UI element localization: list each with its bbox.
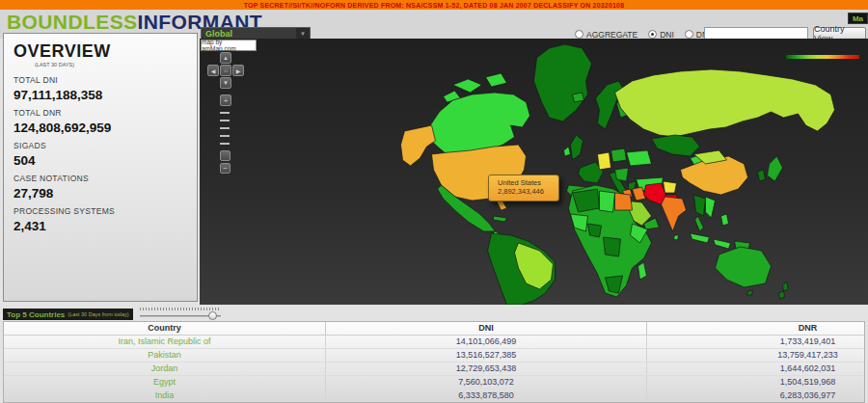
stat-total-dni: TOTAL DNI 97,111,188,358 <box>14 75 187 102</box>
cell-dnr: 1,733,419,401 <box>647 335 865 348</box>
country-balkans[interactable] <box>615 168 629 181</box>
zoom-in-button[interactable]: + <box>220 94 231 106</box>
top5-title: Top 5 Countries <box>7 310 65 319</box>
country-kazakhstan[interactable] <box>652 135 700 156</box>
country-west-africa[interactable] <box>571 214 588 231</box>
stat-total-dnr: TOTAL DNR 124,808,692,959 <box>14 108 187 135</box>
country-madagascar[interactable] <box>638 262 647 280</box>
classification-banner: TOP SECRET//SI/TK//NOFORN DERIVED FROM: … <box>0 0 868 10</box>
world-map-svg[interactable] <box>200 39 868 305</box>
top5-table-container: Country DNI DNR Iran, Islamic Republic o… <box>3 321 865 403</box>
country-greenland[interactable] <box>534 44 592 121</box>
country-sri-lanka[interactable] <box>674 235 679 240</box>
cell-country[interactable]: Egypt <box>4 375 325 389</box>
country-new-zealand[interactable] <box>779 291 785 299</box>
overview-title: OVERVIEW <box>14 41 187 62</box>
radio-dni[interactable]: DNI <box>648 30 674 40</box>
country-cuba[interactable] <box>494 216 507 222</box>
cell-dnr: 13,759,417,233 <box>647 348 865 362</box>
country-iceland[interactable] <box>573 93 584 102</box>
top5-subtitle: (Last 30 Days from today) <box>68 311 128 317</box>
pan-down-button[interactable]: ▼ <box>220 77 231 89</box>
country-arctic-island[interactable] <box>453 79 482 93</box>
country-afghanistan[interactable] <box>664 181 677 193</box>
cell-dnr: 1,504,519,968 <box>647 375 865 389</box>
radio-icon[interactable] <box>685 30 693 39</box>
cell-country[interactable]: Iran, Islamic Republic of <box>4 335 325 348</box>
country-malaysia[interactable] <box>695 216 704 231</box>
cell-dnr: 6,283,036,977 <box>647 389 865 402</box>
country-new-zealand[interactable] <box>783 282 789 291</box>
stat-label: TOTAL DNR <box>14 108 187 118</box>
radio-icon[interactable] <box>648 30 657 39</box>
table-row[interactable]: Egypt 7,560,103,072 1,504,519,968 <box>4 375 865 389</box>
stat-value: 2,431 <box>14 219 187 233</box>
slider-ticks <box>140 308 221 310</box>
country-korea[interactable] <box>758 170 766 181</box>
zoom-slider-handle[interactable] <box>220 150 231 161</box>
table-row[interactable]: Iran, Islamic Republic of 14,101,066,499… <box>4 335 865 348</box>
stat-label: PROCESSING SYSTEMS <box>14 206 187 216</box>
country-tasmania[interactable] <box>747 290 753 295</box>
country-indonesia[interactable] <box>691 233 710 243</box>
cell-dni: 13,516,527,385 <box>325 348 646 362</box>
tooltip-country-value: 2,892,343,446 <box>498 187 558 196</box>
zoom-out-button[interactable]: − <box>220 163 231 174</box>
zoom-tick <box>220 143 230 145</box>
cell-country[interactable]: India <box>4 389 325 402</box>
radio-aggregate[interactable]: AGGREGATE <box>575 30 637 40</box>
slider-handle[interactable] <box>208 311 217 320</box>
country-india[interactable] <box>662 197 687 231</box>
country-drc[interactable] <box>604 237 621 256</box>
radio-icon[interactable] <box>575 30 583 39</box>
map-view-button[interactable]: Ma <box>848 13 868 24</box>
home-button[interactable]: ⌂ <box>220 65 231 76</box>
country-russia[interactable] <box>615 69 835 137</box>
country-united-kingdom[interactable] <box>571 135 583 160</box>
country-indonesia[interactable] <box>714 239 731 249</box>
country-nigeria[interactable] <box>588 224 602 237</box>
country-japan[interactable] <box>768 156 783 181</box>
country-germany[interactable] <box>598 152 611 170</box>
zoom-tick <box>220 135 230 137</box>
country-ukraine[interactable] <box>627 150 652 166</box>
country-egypt[interactable] <box>615 193 633 210</box>
table-row[interactable]: India 6,333,878,580 6,283,036,977 <box>4 389 865 402</box>
country-indochina[interactable] <box>706 197 716 218</box>
cell-country[interactable]: Jordan <box>4 362 325 375</box>
zoom-tick <box>220 127 230 129</box>
country-libya[interactable] <box>600 191 615 212</box>
cell-dni: 7,560,103,072 <box>325 375 646 389</box>
country-australia[interactable] <box>716 247 772 287</box>
zoom-tick <box>220 120 230 121</box>
scope-dropdown-value: Global <box>202 29 296 39</box>
map-zoom-controls: ▲ ◀ ⌂ ▶ ▼ + − <box>200 39 258 174</box>
cell-country[interactable]: Pakistan <box>4 348 325 362</box>
country-philippines[interactable] <box>721 214 729 226</box>
radio-dni-label: DNI <box>660 30 674 40</box>
country-myanmar[interactable] <box>694 195 706 216</box>
world-heatmap[interactable]: ▲ ◀ ⌂ ▶ ▼ + − United States 2,892,343,44… <box>200 39 868 305</box>
heat-legend-gradient <box>786 55 859 59</box>
chevron-down-icon[interactable]: ▼ <box>296 28 310 39</box>
col-header-country[interactable]: Country <box>4 322 325 335</box>
overview-subtitle: (LAST 30 DAYS) <box>35 62 187 67</box>
stat-value: 124,808,692,959 <box>14 121 187 135</box>
country-arctic-island[interactable] <box>486 73 507 87</box>
table-header-row: Country DNI DNR <box>4 322 865 335</box>
app-title-boundless: BOUNDLESS <box>7 11 137 33</box>
stat-value: 27,798 <box>14 186 187 201</box>
country-poland[interactable] <box>611 148 627 162</box>
time-range-slider[interactable] <box>140 308 221 321</box>
pan-up-button[interactable]: ▲ <box>220 52 231 64</box>
table-row[interactable]: Pakistan 13,516,527,385 13,759,417,233 <box>4 348 865 362</box>
col-header-dnr[interactable]: DNR <box>647 322 865 335</box>
country-ireland[interactable] <box>564 147 571 156</box>
boundless-informant-app: TOP SECRET//SI/TK//NOFORN DERIVED FROM: … <box>0 0 868 403</box>
pan-left-button[interactable]: ◀ <box>207 65 219 76</box>
pan-right-button[interactable]: ▶ <box>232 65 244 76</box>
country-alaska[interactable] <box>401 125 436 166</box>
table-row[interactable]: Jordan 12,729,653,438 1,644,602,031 <box>4 362 865 375</box>
col-header-dni[interactable]: DNI <box>325 322 646 335</box>
tooltip-country-name: United States <box>498 178 558 187</box>
